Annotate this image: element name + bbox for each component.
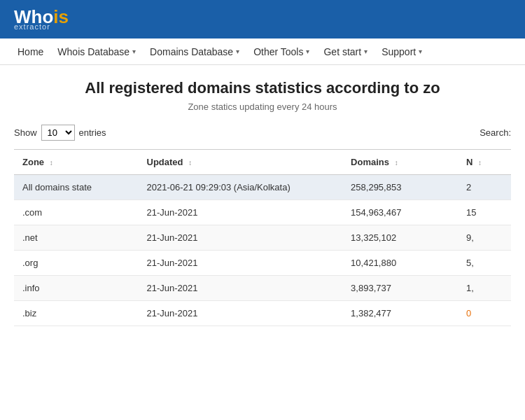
show-entries-control: Show 10 25 50 100 entries xyxy=(14,125,106,141)
cell-zone: All domains state xyxy=(14,175,139,200)
cell-zone: .org xyxy=(14,251,139,276)
cell-updated: 21-Jun-2021 xyxy=(139,276,343,301)
chevron-down-icon: ▾ xyxy=(236,48,239,55)
table-header-row: Zone ↕ Updated ↕ Domains ↕ N ↕ xyxy=(14,150,511,175)
nav-get-start[interactable]: Get start ▾ xyxy=(316,38,374,65)
nav-support-label: Support xyxy=(382,46,416,57)
nav-whois-label: Whois Database xyxy=(57,46,130,57)
sort-icon: ↕ xyxy=(478,159,482,167)
logo[interactable]: Whois extractor xyxy=(14,8,69,31)
table-row: .org21-Jun-202110,421,8805, xyxy=(14,251,511,276)
logo-extractor: extractor xyxy=(14,23,69,31)
nav-other-tools[interactable]: Other Tools ▾ xyxy=(246,38,316,65)
col-header-domains[interactable]: Domains ↕ xyxy=(342,150,458,175)
cell-domains: 3,893,737 xyxy=(342,276,458,301)
table-row: .biz21-Jun-20211,382,4770 xyxy=(14,301,511,326)
cell-domains: 13,325,102 xyxy=(342,225,458,251)
navigation: Home Whois Database ▾ Domains Database ▾… xyxy=(0,38,525,65)
table-row: .net21-Jun-202113,325,1029, xyxy=(14,225,511,251)
cell-n: 9, xyxy=(458,225,511,251)
table-row: .com21-Jun-2021154,963,46715 xyxy=(14,200,511,225)
show-label: Show xyxy=(14,127,37,138)
col-header-zone[interactable]: Zone ↕ xyxy=(14,150,139,175)
chevron-down-icon: ▾ xyxy=(364,48,368,55)
chevron-down-icon: ▾ xyxy=(306,48,309,55)
sort-icon: ↕ xyxy=(395,159,398,167)
cell-domains: 1,382,477 xyxy=(342,301,458,326)
cell-updated: 21-Jun-2021 xyxy=(139,301,343,326)
controls-row: Show 10 25 50 100 entries Search: xyxy=(14,125,511,141)
cell-updated: 21-Jun-2021 xyxy=(139,225,343,251)
cell-domains: 10,421,880 xyxy=(342,251,458,276)
nav-get-start-label: Get start xyxy=(323,46,361,57)
nav-other-tools-label: Other Tools xyxy=(253,46,303,57)
sort-icon: ↕ xyxy=(50,159,53,167)
header: Whois extractor xyxy=(0,0,525,38)
cell-n: 0 xyxy=(458,301,511,326)
entries-label: entries xyxy=(79,127,106,138)
cell-domains: 258,295,853 xyxy=(342,175,458,200)
nav-whois-database[interactable]: Whois Database ▾ xyxy=(50,38,143,65)
cell-n: 2 xyxy=(458,175,511,200)
sort-icon: ↕ xyxy=(188,159,192,167)
cell-zone: .com xyxy=(14,200,139,225)
nav-home[interactable]: Home xyxy=(10,38,50,65)
table-row: All domains state2021-06-21 09:29:03 (As… xyxy=(14,175,511,200)
nav-domains-database[interactable]: Domains Database ▾ xyxy=(143,38,246,65)
cell-updated: 21-Jun-2021 xyxy=(139,200,343,225)
main-content: All registered domains statistics accord… xyxy=(0,65,525,333)
col-header-updated[interactable]: Updated ↕ xyxy=(139,150,343,175)
cell-n: 1, xyxy=(458,276,511,301)
data-table: Zone ↕ Updated ↕ Domains ↕ N ↕ All domai… xyxy=(14,149,511,326)
chevron-down-icon: ▾ xyxy=(132,48,136,55)
cell-updated: 2021-06-21 09:29:03 (Asia/Kolkata) xyxy=(139,175,343,200)
cell-zone: .info xyxy=(14,276,139,301)
nav-domains-label: Domains Database xyxy=(150,46,233,57)
page-subtitle: Zone statics updating every 24 hours xyxy=(14,102,511,112)
entries-select[interactable]: 10 25 50 100 xyxy=(41,125,75,141)
cell-updated: 21-Jun-2021 xyxy=(139,251,343,276)
cell-domains: 154,963,467 xyxy=(342,200,458,225)
chevron-down-icon: ▾ xyxy=(419,48,422,55)
nav-support[interactable]: Support ▾ xyxy=(374,38,429,65)
table-row: .info21-Jun-20213,893,7371, xyxy=(14,276,511,301)
page-title: All registered domains statistics accord… xyxy=(14,79,511,97)
col-header-n[interactable]: N ↕ xyxy=(458,150,511,175)
cell-n: 15 xyxy=(458,200,511,225)
cell-zone: .net xyxy=(14,225,139,251)
cell-zone: .biz xyxy=(14,301,139,326)
cell-n: 5, xyxy=(458,251,511,276)
nav-home-label: Home xyxy=(18,46,43,57)
search-label: Search: xyxy=(479,127,511,138)
